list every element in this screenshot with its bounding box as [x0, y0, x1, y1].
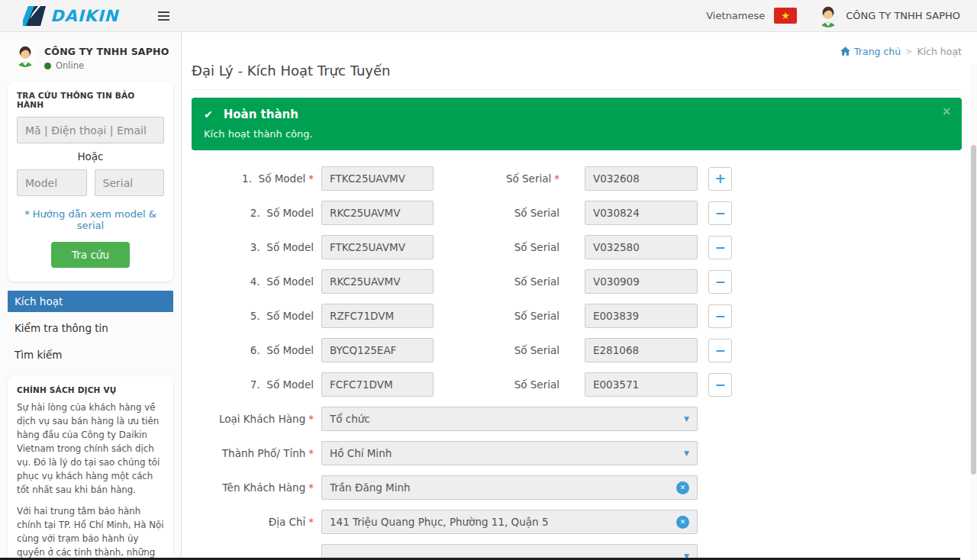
alert-close-icon[interactable]: ✕	[942, 105, 951, 117]
model-input[interactable]	[321, 166, 434, 191]
serial-label: Số Serial*	[434, 269, 559, 294]
field-label: Địa Chỉ*	[192, 510, 314, 534]
chevron-down-icon[interactable]: ▼	[684, 415, 689, 423]
model-input[interactable]	[321, 372, 434, 397]
serial-input[interactable]	[585, 372, 698, 397]
serial-input[interactable]	[585, 201, 698, 225]
serial-label: Số Serial*	[434, 372, 559, 397]
field-label: Thành Phố/ Tỉnh*	[192, 441, 314, 465]
field-label: Loại Khách Hàng*	[192, 407, 314, 431]
daikin-logo[interactable]: DAIKIN	[23, 6, 118, 26]
breadcrumb-home-label: Trang chủ	[854, 46, 901, 57]
form-field-row: Tên Khách Hàng* Trần Đăng Minh ✕	[192, 475, 962, 500]
menu-toggle-icon[interactable]	[155, 8, 173, 24]
sidebar-avatar	[14, 44, 37, 67]
policy-paragraph: Với hai trung tâm bảo hành chính tại TP.…	[17, 505, 164, 560]
model-label: 2. Số Model*	[192, 201, 314, 225]
serial-input[interactable]	[585, 338, 698, 362]
sidebar-menu-item[interactable]: Kích hoạt	[8, 291, 173, 312]
warranty-search-input[interactable]	[17, 117, 164, 143]
serial-label: Số Serial*	[434, 201, 559, 225]
serial-input[interactable]	[585, 304, 698, 328]
service-policy-card: CHÍNH SÁCH DỊCH VỤ Sự hài lòng của khách…	[8, 376, 173, 560]
daikin-logo-mark	[23, 6, 46, 26]
model-input[interactable]	[321, 269, 434, 294]
serial-input[interactable]	[585, 166, 698, 191]
add-row-button[interactable]: +	[708, 167, 732, 191]
remove-row-button[interactable]: −	[708, 339, 732, 362]
model-input[interactable]	[321, 235, 434, 259]
breadcrumb-separator: >	[905, 47, 912, 56]
field-value: Tổ chức	[330, 413, 678, 425]
status-label: Online	[56, 60, 84, 71]
breadcrumb-home-link[interactable]: Trang chủ	[840, 46, 901, 57]
alert-title: Hoàn thành	[224, 108, 298, 121]
form-field-row: Thành Phố/ Tỉnh* Hồ Chí Minh ▼	[192, 441, 962, 465]
model-input[interactable]	[321, 338, 434, 362]
clear-input-icon[interactable]: ✕	[676, 481, 689, 494]
sidebar-user-panel: CÔNG TY TNHH SAPHO Online	[0, 38, 181, 79]
scrollbar[interactable]	[970, 64, 977, 560]
remove-row-button[interactable]: −	[708, 304, 732, 328]
form-field-row: Loại Khách Hàng* Tổ chức ▼	[192, 407, 962, 431]
text-field[interactable]: 141 Triệu Quang Phục, Phường 11, Quận 5 …	[321, 510, 698, 534]
sidebar-menu: Kích hoạtKiểm tra thông tinTìm kiếm	[8, 291, 173, 365]
activation-form: 1. Số Model* Số Serial* + 2. Số Model* S…	[192, 166, 962, 560]
field-label: Tên Khách Hàng*	[192, 475, 314, 500]
remove-row-button[interactable]: −	[708, 236, 732, 259]
search-button[interactable]: Tra cứu	[51, 242, 130, 268]
serial-label: Số Serial*	[434, 338, 559, 362]
page-title: Đại Lý - Kích Hoạt Trực Tuyến	[192, 63, 962, 90]
field-value: Hồ Chí Minh	[330, 447, 678, 459]
sidebar-menu-item[interactable]: Kiểm tra thông tin	[8, 317, 173, 339]
model-label: 1. Số Model*	[192, 166, 314, 191]
warranty-search-card: TRA CỨU THÔNG TIN BẢO HÀNH Hoặc * Hướng …	[8, 82, 173, 282]
alert-message: Kích hoạt thành công.	[204, 128, 950, 140]
remove-row-button[interactable]: −	[708, 270, 732, 294]
model-serial-row: 7. Số Model* Số Serial* −	[192, 372, 962, 397]
header-user-name: CÔNG TY TNHH SAPHO	[846, 10, 960, 21]
model-serial-row: 4. Số Model* Số Serial* −	[192, 269, 962, 294]
main-content: Trang chủ > Kích hoạt Đại Lý - Kích Hoạt…	[182, 32, 977, 560]
model-serial-guide-link[interactable]: * Hướng dẫn xem model & serial	[17, 208, 164, 231]
chevron-down-icon[interactable]: ▼	[684, 449, 689, 457]
sidebar-menu-item[interactable]: Tìm kiếm	[8, 344, 173, 365]
serial-label: Số Serial*	[434, 304, 559, 328]
header-user-menu[interactable]: CÔNG TY TNHH SAPHO	[817, 5, 960, 27]
model-search-input[interactable]	[17, 169, 87, 196]
model-serial-row: 5. Số Model* Số Serial* −	[192, 304, 962, 328]
language-selector[interactable]: Vietnamese	[706, 10, 765, 21]
model-input[interactable]	[321, 304, 434, 328]
field-value: Trần Đăng Minh	[330, 481, 670, 494]
select-field[interactable]: Tổ chức ▼	[321, 407, 698, 431]
search-card-title: TRA CỨU THÔNG TIN BẢO HÀNH	[17, 91, 164, 109]
home-icon	[840, 47, 850, 56]
scrollbar-thumb[interactable]	[971, 145, 976, 475]
app-header: DAIKIN Vietnamese ★ CÔNG TY TNHH SAPHO	[0, 0, 977, 32]
remove-row-button[interactable]: −	[708, 201, 732, 225]
or-label: Hoặc	[17, 150, 164, 163]
model-serial-row: 6. Số Model* Số Serial* −	[192, 338, 962, 362]
breadcrumb-current: Kích hoạt	[917, 46, 962, 57]
model-label: 6. Số Model*	[192, 338, 314, 362]
user-avatar	[817, 5, 840, 27]
model-input[interactable]	[321, 201, 434, 225]
breadcrumb: Trang chủ > Kích hoạt	[192, 44, 962, 58]
select-field[interactable]: Hồ Chí Minh ▼	[321, 441, 698, 465]
vietnam-flag-icon[interactable]: ★	[774, 8, 797, 24]
policy-paragraph: Sự hài lòng của khách hàng về dịch vụ sa…	[17, 401, 164, 497]
online-status-icon	[44, 63, 51, 69]
form-field-row: Địa Chỉ* 141 Triệu Quang Phục, Phường 11…	[192, 510, 962, 534]
remove-row-button[interactable]: −	[708, 373, 732, 397]
serial-label: Số Serial*	[434, 166, 559, 191]
brand-text: DAIKIN	[50, 7, 118, 25]
clear-input-icon[interactable]: ✕	[676, 516, 689, 529]
text-field[interactable]: Trần Đăng Minh ✕	[321, 475, 698, 500]
model-serial-row: 2. Số Model* Số Serial* −	[192, 201, 962, 225]
serial-label: Số Serial*	[434, 235, 559, 259]
model-serial-row: 1. Số Model* Số Serial* +	[192, 166, 962, 191]
serial-input[interactable]	[585, 235, 698, 259]
serial-input[interactable]	[585, 269, 698, 294]
serial-search-input[interactable]	[95, 169, 165, 196]
user-status: Online	[44, 60, 169, 71]
